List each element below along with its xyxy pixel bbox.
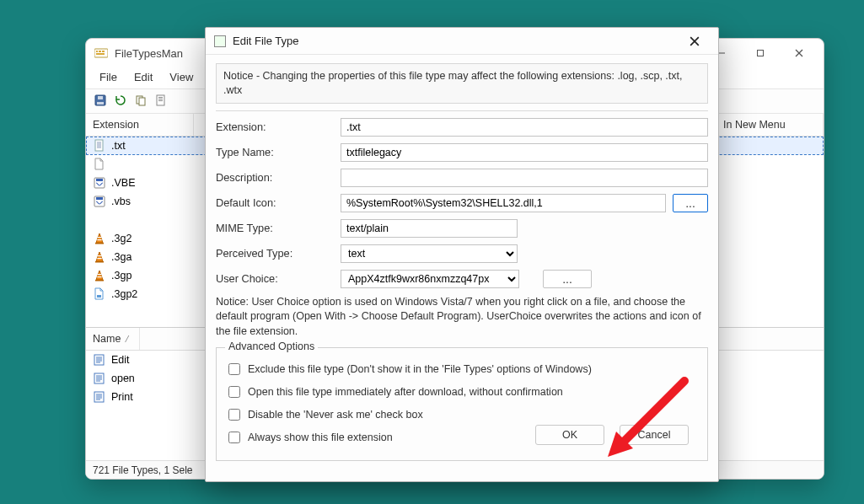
ext-cell: .3gp2 bbox=[111, 288, 199, 300]
chk-exclude[interactable] bbox=[228, 363, 240, 375]
menu-view[interactable]: View bbox=[163, 69, 200, 85]
copy-icon[interactable] bbox=[131, 91, 150, 110]
chk-always-show-ext[interactable] bbox=[228, 432, 240, 443]
svg-rect-11 bbox=[98, 96, 103, 99]
user-choice-select[interactable]: AppX4ztfk9wxr86nxmzzq47px bbox=[341, 270, 519, 288]
properties-icon[interactable] bbox=[152, 91, 170, 110]
file-icon bbox=[93, 269, 106, 282]
advanced-options-group: Advanced Options Exclude this file type … bbox=[216, 347, 708, 461]
file-icon bbox=[93, 250, 106, 264]
file-icon bbox=[93, 158, 106, 171]
svg-rect-15 bbox=[158, 97, 163, 98]
svg-rect-6 bbox=[758, 51, 764, 56]
chk-label: Always show this file extension bbox=[248, 432, 393, 443]
svg-rect-29 bbox=[97, 258, 101, 259]
svg-rect-34 bbox=[97, 295, 101, 298]
maximize-button[interactable] bbox=[741, 40, 780, 67]
default-icon-field[interactable] bbox=[341, 194, 666, 212]
menu-file[interactable]: File bbox=[93, 69, 124, 85]
action-icon bbox=[93, 390, 106, 404]
col-in-new-menu[interactable]: In New Menu bbox=[716, 114, 824, 136]
type-name-field[interactable] bbox=[341, 143, 708, 162]
svg-rect-4 bbox=[96, 53, 105, 55]
action-name: Edit bbox=[111, 354, 162, 366]
file-icon bbox=[93, 287, 106, 301]
extension-field[interactable] bbox=[341, 118, 708, 137]
file-icon bbox=[93, 176, 106, 190]
close-button[interactable] bbox=[780, 40, 818, 67]
dialog-titlebar: Edit File Type bbox=[206, 28, 718, 55]
refresh-icon[interactable] bbox=[111, 91, 130, 110]
svg-rect-16 bbox=[158, 99, 163, 99]
cancel-button[interactable]: Cancel bbox=[620, 425, 689, 445]
chk-label: Disable the 'Never ask me' check box bbox=[248, 409, 423, 421]
user-choice-notice: Notice: User Choice option is used on Wi… bbox=[216, 295, 708, 340]
svg-rect-13 bbox=[139, 98, 145, 105]
ext-cell: .3ga bbox=[111, 251, 199, 263]
browse-icon-button[interactable]: ... bbox=[673, 194, 708, 212]
svg-rect-30 bbox=[95, 261, 104, 263]
svg-rect-31 bbox=[98, 274, 101, 275]
file-icon bbox=[93, 213, 106, 227]
svg-rect-27 bbox=[95, 243, 104, 244]
svg-rect-35 bbox=[94, 355, 104, 365]
dialog-close-button[interactable] bbox=[676, 29, 713, 54]
label-extension: Extension: bbox=[216, 121, 334, 133]
ext-cell: .VBE bbox=[111, 177, 199, 189]
chk-label: Exclude this file type (Don't show it in… bbox=[248, 363, 592, 375]
label-perceived-type: Perceived Type: bbox=[216, 247, 334, 260]
save-icon[interactable] bbox=[91, 91, 110, 110]
ext-cell: .3gp bbox=[111, 270, 199, 281]
perceived-type-select[interactable]: text bbox=[341, 244, 518, 263]
action-icon bbox=[93, 353, 106, 367]
ok-button[interactable]: OK bbox=[535, 425, 604, 445]
file-icon bbox=[93, 139, 106, 153]
chk-disable-never-ask[interactable] bbox=[228, 409, 240, 421]
label-default-icon: Default Icon: bbox=[216, 196, 334, 209]
label-type-name: Type Name: bbox=[216, 146, 334, 158]
svg-rect-3 bbox=[102, 51, 105, 52]
svg-rect-33 bbox=[95, 280, 104, 281]
file-icon bbox=[93, 195, 106, 208]
menu-edit[interactable]: Edit bbox=[127, 69, 159, 85]
label-description: Description: bbox=[216, 171, 334, 184]
user-choice-browse-button[interactable]: ... bbox=[543, 270, 592, 288]
app-icon bbox=[94, 46, 108, 60]
label-user-choice: User Choice: bbox=[216, 272, 334, 285]
dialog-title: Edit File Type bbox=[233, 35, 299, 47]
chk-open-immediate[interactable] bbox=[228, 386, 240, 398]
col-name[interactable]: Name ⁄ bbox=[86, 328, 140, 350]
action-icon bbox=[93, 372, 106, 385]
label-mime-type: MIME Type: bbox=[216, 222, 334, 234]
svg-rect-26 bbox=[97, 239, 101, 240]
svg-rect-2 bbox=[99, 51, 101, 52]
chk-label: Open this file type immediately after do… bbox=[248, 386, 563, 398]
svg-rect-10 bbox=[97, 102, 104, 105]
ext-cell: .3g2 bbox=[111, 233, 199, 244]
svg-rect-40 bbox=[94, 373, 104, 383]
mime-type-field[interactable] bbox=[341, 219, 518, 238]
svg-rect-17 bbox=[158, 100, 163, 101]
svg-rect-32 bbox=[97, 276, 101, 277]
svg-rect-45 bbox=[94, 392, 104, 402]
ext-cell: .txt bbox=[111, 140, 199, 152]
svg-rect-28 bbox=[98, 255, 101, 256]
status-text: 721 File Types, 1 Sele bbox=[93, 464, 193, 476]
action-name: Print bbox=[111, 391, 162, 403]
group-title: Advanced Options bbox=[225, 340, 318, 352]
dialog-icon bbox=[214, 35, 226, 47]
description-field[interactable] bbox=[341, 169, 708, 187]
app-title: FileTypesMan bbox=[115, 47, 183, 60]
edit-file-type-dialog: Edit File Type Notice - Changing the pro… bbox=[205, 27, 719, 482]
action-name: open bbox=[111, 373, 162, 384]
svg-rect-25 bbox=[98, 237, 101, 238]
col-extension[interactable]: Extension bbox=[86, 114, 194, 136]
svg-rect-1 bbox=[96, 51, 98, 52]
notice-box: Notice - Changing the properties of this… bbox=[216, 63, 708, 104]
file-icon bbox=[93, 232, 106, 245]
ext-cell: .vbs bbox=[111, 196, 199, 207]
